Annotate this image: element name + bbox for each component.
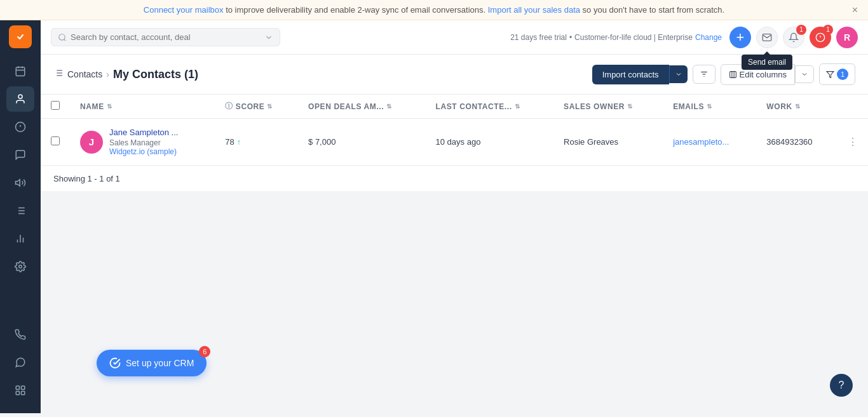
col-header-last-contacted[interactable]: LAST CONTACTE... ⇅ xyxy=(426,95,554,119)
row-checkbox-cell xyxy=(41,119,70,166)
filter-button[interactable]: 1 xyxy=(819,63,855,85)
col-header-score[interactable]: ⓘ SCORE ⇅ xyxy=(215,95,298,119)
contacts-table: NAME ⇅ ⓘ SCORE ⇅ xyxy=(41,95,868,166)
showing-range: 1 - 1 xyxy=(87,174,104,183)
crm-setup-wrapper: Set up your CRM 6 xyxy=(48,370,158,397)
name-cell: J Jane Sampleton ... Sales Manager Widge… xyxy=(70,119,215,166)
row-more-actions-button[interactable]: ⋮ xyxy=(848,136,858,147)
page-title: My Contacts (1) xyxy=(113,68,198,81)
banner-close-button[interactable]: × xyxy=(852,4,858,16)
cloud-info: Customer-for-life cloud | Enterprise xyxy=(574,33,693,42)
sidebar-item-contacts[interactable] xyxy=(6,86,34,112)
crm-setup-label: Set up your CRM xyxy=(126,358,194,368)
search-icon xyxy=(58,33,67,42)
change-link[interactable]: Change xyxy=(695,33,722,42)
email-button-wrapper: Send email xyxy=(756,27,778,48)
svg-point-5 xyxy=(18,95,22,98)
last-contacted-sort-icon: ⇅ xyxy=(515,103,520,110)
filter-options-button[interactable] xyxy=(693,65,715,84)
search-bar[interactable] xyxy=(51,28,280,46)
edit-columns-dropdown[interactable] xyxy=(795,65,814,83)
list-view-icon[interactable] xyxy=(53,68,64,81)
sidebar-item-analytics[interactable] xyxy=(6,226,34,251)
contact-cell: J Jane Sampleton ... Sales Manager Widge… xyxy=(80,128,205,156)
row-actions-cell: ⋮ xyxy=(837,119,868,166)
col-header-work[interactable]: WORK ⇅ xyxy=(756,95,837,119)
app-logo[interactable] xyxy=(9,25,32,48)
sidebar-nav xyxy=(6,58,34,322)
score-value: 78 xyxy=(225,137,234,147)
svg-marker-9 xyxy=(16,180,20,187)
showing-text: Showing xyxy=(53,174,87,183)
sidebar-item-phone[interactable] xyxy=(6,322,34,347)
work-phone[interactable]: 3684932360 xyxy=(766,137,812,147)
filter-options-icon xyxy=(700,70,709,79)
last-contacted-cell: 10 days ago xyxy=(426,119,554,166)
checkbox-header xyxy=(41,95,70,119)
svg-rect-20 xyxy=(16,386,19,389)
sidebar-item-chat[interactable] xyxy=(6,350,34,375)
banner-import-link[interactable]: Import all your sales data xyxy=(488,5,580,15)
showing-of: of xyxy=(106,174,115,183)
sidebar-bottom xyxy=(6,322,34,408)
import-contacts-dropdown[interactable] xyxy=(669,65,688,83)
mail-icon xyxy=(762,32,772,43)
help-button[interactable]: ? xyxy=(830,374,853,397)
score-info-icon: ⓘ xyxy=(225,101,233,112)
work-sort-icon: ⇅ xyxy=(795,103,801,110)
contact-title: Sales Manager xyxy=(109,138,178,147)
breadcrumb-contacts[interactable]: Contacts xyxy=(67,69,102,79)
name-sort-icon: ⇅ xyxy=(107,103,112,110)
showing-row: Showing 1 - 1 of 1 xyxy=(41,166,868,191)
import-contacts-button[interactable]: Import contacts xyxy=(592,65,669,84)
top-banner: Connect your mailbox to improve delivera… xyxy=(0,0,868,20)
nav-trial-info: 21 days free trial • Customer-for-life c… xyxy=(510,33,722,42)
open-deals-cell: $ 7,000 xyxy=(298,119,425,166)
sidebar-item-apps[interactable] xyxy=(6,378,34,403)
select-all-checkbox[interactable] xyxy=(51,101,60,110)
email-link[interactable]: janesampleto... xyxy=(673,137,729,147)
svg-point-19 xyxy=(19,265,22,268)
crm-setup-button[interactable]: Set up your CRM 6 xyxy=(97,350,207,376)
banner-text-after: so you don't have to start from scratch. xyxy=(583,5,725,15)
alert-badge: 1 xyxy=(823,25,833,35)
score-value-cell: 78 ↑ xyxy=(225,137,288,147)
svg-marker-40 xyxy=(827,71,834,77)
sidebar-item-calendar[interactable] xyxy=(6,58,34,84)
row-checkbox[interactable] xyxy=(51,136,60,145)
sidebar-item-deals[interactable] xyxy=(6,114,34,140)
search-dropdown-icon[interactable] xyxy=(264,33,273,42)
banner-text: Connect your mailbox to improve delivera… xyxy=(144,5,724,15)
user-avatar[interactable]: R xyxy=(836,27,858,48)
table-row: J Jane Sampleton ... Sales Manager Widge… xyxy=(41,119,868,166)
col-header-emails[interactable]: EMAILS ⇅ xyxy=(663,95,756,119)
owner-sort-icon: ⇅ xyxy=(627,103,633,110)
trial-text: 21 days free trial xyxy=(510,33,567,42)
col-header-sales-owner[interactable]: SALES OWNER ⇅ xyxy=(553,95,663,119)
banner-mailbox-link[interactable]: Connect your mailbox xyxy=(144,5,224,15)
send-email-button[interactable] xyxy=(756,27,778,48)
sidebar-item-conversations[interactable] xyxy=(6,142,34,168)
sidebar-item-campaigns[interactable] xyxy=(6,170,34,195)
funnel-icon xyxy=(826,70,834,79)
notification-badge: 1 xyxy=(796,25,806,35)
contact-company[interactable]: Widgetz.io (sample) xyxy=(109,147,178,156)
top-nav: 21 days free trial • Customer-for-life c… xyxy=(41,20,868,55)
score-sort-icon: ⇅ xyxy=(267,103,273,110)
deals-sort-icon: ⇅ xyxy=(386,103,392,110)
col-header-actions xyxy=(837,95,868,119)
header-actions: Import contacts Edit columns xyxy=(592,63,855,85)
chevron-down-icon xyxy=(675,70,682,78)
breadcrumb: Contacts › My Contacts (1) xyxy=(53,68,592,81)
sidebar-item-settings[interactable] xyxy=(6,254,34,279)
search-input[interactable] xyxy=(71,32,261,42)
add-button[interactable]: + xyxy=(729,27,751,48)
edit-columns-label: Edit columns xyxy=(740,70,787,79)
col-header-open-deals[interactable]: OPEN DEALS AM... ⇅ xyxy=(298,95,425,119)
col-header-name[interactable]: NAME ⇅ xyxy=(70,95,215,119)
contact-name[interactable]: Jane Sampleton ... xyxy=(109,128,178,137)
sidebar-item-list[interactable] xyxy=(6,198,34,223)
svg-point-0 xyxy=(15,31,26,43)
nav-actions: + Send email 1 xyxy=(729,27,858,48)
table-header-row: NAME ⇅ ⓘ SCORE ⇅ xyxy=(41,95,868,119)
